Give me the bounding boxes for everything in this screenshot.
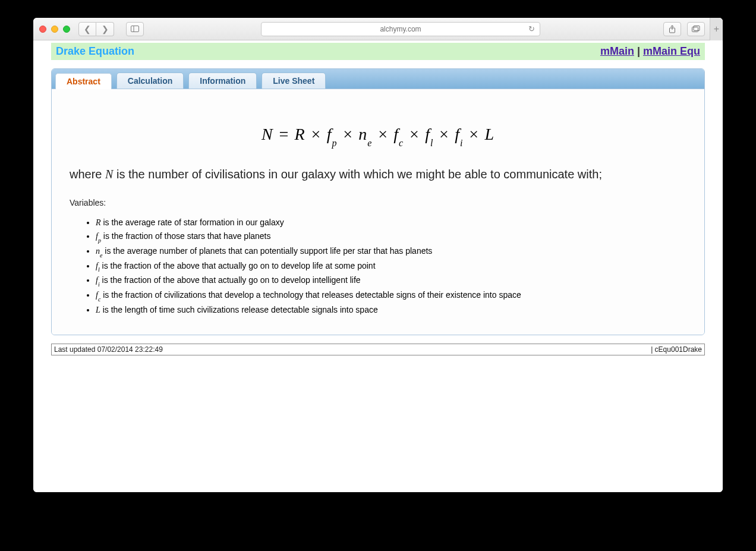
variable-item: fc is the fraction of civilizations that… [96,288,686,303]
tab-information[interactable]: Information [188,73,257,89]
variable-item: fi is the fraction of the above that act… [96,273,686,288]
variable-item: fp is the fraction of those stars that h… [96,229,686,244]
footer-id: | cEqu001Drake [651,345,702,354]
equation-description: where N is the number of civilisations i… [70,168,686,181]
svg-rect-5 [694,26,700,30]
svg-rect-0 [131,26,139,32]
link-mmain-equ[interactable]: mMain Equ [643,45,700,57]
tab-bar: Abstract Calculation Information Live Sh… [52,69,704,89]
footer-updated: Last updated 07/02/2014 23:22:49 [54,345,163,354]
back-button[interactable]: ❮ [78,22,96,36]
tab-content-abstract: N = R × fp × ne × fc × fl × fi × L where… [52,89,704,335]
address-bar[interactable]: alchymy.com ↻ [261,22,540,36]
page-banner: Drake Equation mMain | mMain Equ [51,43,705,60]
variable-item: ne is the average number of planets that… [96,244,686,259]
page-body: Drake Equation mMain | mMain Equ Abstrac… [33,40,723,492]
forward-button[interactable]: ❯ [96,22,114,36]
banner-links: mMain | mMain Equ [600,45,700,58]
browser-window: ❮ ❯ alchymy.com ↻ + Drake Equation mMain… [33,18,723,492]
svg-rect-4 [692,27,698,32]
share-button[interactable] [663,22,681,36]
nav-buttons: ❮ ❯ [78,22,114,36]
page-title: Drake Equation [56,45,134,58]
minimize-icon[interactable] [51,26,58,33]
zoom-icon[interactable] [63,26,70,33]
sidebar-icon [131,26,139,32]
variable-item: fl is the fraction of the above that act… [96,259,686,274]
share-icon [669,25,676,33]
tab-panel: Abstract Calculation Information Live Sh… [51,68,705,335]
close-icon[interactable] [39,26,46,33]
tab-calculation[interactable]: Calculation [116,73,184,89]
tab-abstract[interactable]: Abstract [55,73,112,89]
window-controls [39,26,70,33]
tab-live-sheet[interactable]: Live Sheet [262,73,326,89]
new-tab-button[interactable]: + [710,18,723,40]
link-mmain[interactable]: mMain [600,45,634,57]
page-footer: Last updated 07/02/2014 23:22:49 | cEqu0… [51,344,705,355]
reload-icon[interactable]: ↻ [528,24,535,33]
tabs-button[interactable] [687,22,705,36]
variables-list: R is the average rate of star formation … [70,216,686,317]
equation: N = R × fp × ne × fc × fl × fi × L [70,125,686,146]
toolbar-right [663,22,705,36]
variable-item: R is the average rate of star formation … [96,216,686,229]
titlebar: ❮ ❯ alchymy.com ↻ + [33,18,723,40]
sidebar-button[interactable] [126,22,144,36]
variables-label: Variables: [70,198,686,207]
variable-item: L is the length of time such civilizatio… [96,303,686,317]
tabs-icon [692,26,700,33]
address-text: alchymy.com [380,25,421,33]
